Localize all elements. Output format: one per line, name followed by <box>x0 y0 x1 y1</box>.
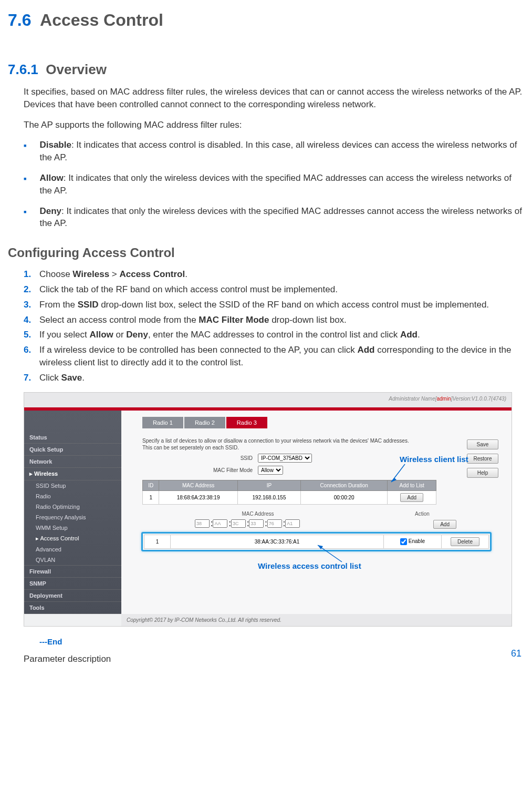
description-line-2: This can be set seperately on each SSID. <box>142 445 491 450</box>
ctrl-id: 1 <box>144 535 171 548</box>
mac-header-row: MAC Address Action <box>142 511 491 517</box>
sidebar-item-frequency-analysis[interactable]: Frequency Analysis <box>24 512 121 523</box>
mac-octet-5[interactable] <box>267 519 282 528</box>
mac-octet-4[interactable] <box>249 519 264 528</box>
mode-label: MAC Filter Mode <box>142 467 258 473</box>
delete-button[interactable]: Delete <box>451 537 479 546</box>
client-ip: 192.168.0.155 <box>237 490 300 504</box>
sidebar-item-quick-setup[interactable]: Quick Setup <box>24 444 121 456</box>
mac-input-row: : : : : : Add <box>142 519 491 529</box>
subsection-number: 7.6.1 <box>8 62 38 77</box>
step-3: 3.From the SSID drop-down list box, sele… <box>24 299 524 311</box>
th-mac: MAC Address <box>159 480 238 490</box>
control-row: 1 38:AA:3C:33:76:A1 Enable Delete <box>144 535 489 548</box>
sidebar-item-radio[interactable]: Radio <box>24 491 121 501</box>
end-marker: ---End <box>39 637 524 646</box>
tab-radio-3[interactable]: Radio 3 <box>226 417 267 428</box>
step-2: 2.Click the tab of the RF band on which … <box>24 283 524 296</box>
sidebar-item-advanced[interactable]: Advanced <box>24 544 121 555</box>
th-addtolist: Add to List <box>388 480 436 490</box>
step-7: 7.Click Save. <box>24 372 524 384</box>
mac-octet-1[interactable] <box>195 519 210 528</box>
sidebar-item-firewall[interactable]: Firewall <box>24 566 121 578</box>
mode-row: MAC Filter Mode Allow <box>142 466 512 475</box>
sidebar-item-qvlan[interactable]: QVLAN <box>24 555 121 566</box>
sidebar-item-radio-optimizing[interactable]: Radio Optimizing <box>24 501 121 512</box>
sidebar-item-deployment[interactable]: Deployment <box>24 590 121 602</box>
ctrl-mac: 38:AA:3C:33:76:A1 <box>171 535 384 548</box>
callout-client-list: Wireless client list <box>400 455 468 464</box>
sidebar-item-ssid-setup[interactable]: SSID Setup <box>24 480 121 491</box>
radio-tabs: Radio 1 Radio 2 Radio 3 <box>142 417 512 428</box>
sidebar: Status Quick Setup Network Wireless SSID… <box>24 411 121 614</box>
client-id: 1 <box>143 490 159 504</box>
enable-label: Enable <box>409 538 425 544</box>
sidebar-item-network[interactable]: Network <box>24 456 121 468</box>
control-list-highlight: 1 38:AA:3C:33:76:A1 Enable Delete <box>141 532 492 551</box>
bullet-allow: ■ Allow: It indicates that only the wire… <box>24 172 524 197</box>
enable-checkbox[interactable] <box>400 538 407 545</box>
save-button[interactable]: Save <box>467 439 498 449</box>
config-steps: 1.Choose Wireless > Access Control. 2.Cl… <box>24 268 524 384</box>
mac-octet-6[interactable] <box>285 519 300 528</box>
page-number: 61 <box>511 648 521 659</box>
overview-paragraph-1: It specifies, based on MAC address filte… <box>24 86 524 111</box>
action-buttons: Save Restore Help <box>467 439 498 482</box>
subsection-heading: 7.6.1 Overview <box>8 62 524 78</box>
sidebar-item-status[interactable]: Status <box>24 432 121 444</box>
callout-control-list: Wireless access control list <box>258 561 361 570</box>
bullet-deny: ■ Deny: It indicates that only the wirel… <box>24 205 524 230</box>
section-title: Access Control <box>40 11 163 29</box>
section-heading: 7.6 Access Control <box>8 11 524 30</box>
tab-radio-1[interactable]: Radio 1 <box>142 417 183 428</box>
tab-radio-2[interactable]: Radio 2 <box>184 417 225 428</box>
bullet-icon: ■ <box>24 142 26 164</box>
screenshot: Administrator Name[admin]Version:V1.0.0.… <box>24 392 512 627</box>
help-button[interactable]: Help <box>467 468 498 478</box>
mac-add-button[interactable]: Add <box>433 520 456 529</box>
section-number: 7.6 <box>8 11 31 29</box>
ssid-select[interactable]: IP-COM_375ABD <box>258 454 312 463</box>
step-4: 4.Select an access control mode from the… <box>24 314 524 326</box>
ssid-label: SSID <box>142 455 258 461</box>
bullet-disable: ■ Disable: It indicates that access cont… <box>24 139 524 164</box>
th-id: ID <box>143 480 159 490</box>
th-duration: Connection Duration <box>301 480 388 490</box>
admin-name: admin <box>437 396 451 402</box>
action-header: Action <box>375 511 470 517</box>
filter-rules-list: ■ Disable: It indicates that access cont… <box>24 139 524 230</box>
config-heading: Configuring Access Control <box>8 245 524 260</box>
client-mac: 18:68:6A:23:38:19 <box>159 490 238 504</box>
subsection-title: Overview <box>46 62 107 77</box>
sidebar-item-access-control[interactable]: Access Control <box>24 533 121 544</box>
description-line-1: Specify a list of devices to allow or di… <box>142 438 491 444</box>
bullet-icon: ■ <box>24 209 26 230</box>
bullet-icon: ■ <box>24 176 26 197</box>
mode-select[interactable]: Allow <box>258 466 283 475</box>
client-duration: 00:00:20 <box>301 490 388 504</box>
mac-octet-3[interactable] <box>231 519 246 528</box>
client-table: ID MAC Address IP Connection Duration Ad… <box>142 480 436 505</box>
step-5: 5.If you select Allow or Deny, enter the… <box>24 329 524 341</box>
mac-address-header: MAC Address <box>179 511 337 517</box>
copyright: Copyright© 2017 by IP-COM Networks Co.,L… <box>121 614 512 626</box>
topbar: Administrator Name[admin]Version:V1.0.0.… <box>24 393 512 407</box>
step-1: 1.Choose Wireless > Access Control. <box>24 268 524 281</box>
overview-paragraph-2: The AP supports the following MAC addres… <box>24 119 524 131</box>
sidebar-item-tools[interactable]: Tools <box>24 602 121 614</box>
control-table: 1 38:AA:3C:33:76:A1 Enable Delete <box>144 535 489 549</box>
sidebar-item-wireless[interactable]: Wireless <box>24 468 121 480</box>
restore-button[interactable]: Restore <box>467 454 498 464</box>
main-panel: Radio 1 Radio 2 Radio 3 Specify a list o… <box>121 411 512 614</box>
step-6: 6.If a wireless device to be controlled … <box>24 344 524 369</box>
client-row: 1 18:68:6A:23:38:19 192.168.0.155 00:00:… <box>143 490 436 504</box>
mac-octet-2[interactable] <box>213 519 227 528</box>
sidebar-item-snmp[interactable]: SNMP <box>24 578 121 590</box>
th-ip: IP <box>237 480 300 490</box>
parameter-description-label: Parameter description <box>24 654 524 664</box>
client-add-button[interactable]: Add <box>400 493 423 502</box>
sidebar-item-wmm-setup[interactable]: WMM Setup <box>24 523 121 533</box>
